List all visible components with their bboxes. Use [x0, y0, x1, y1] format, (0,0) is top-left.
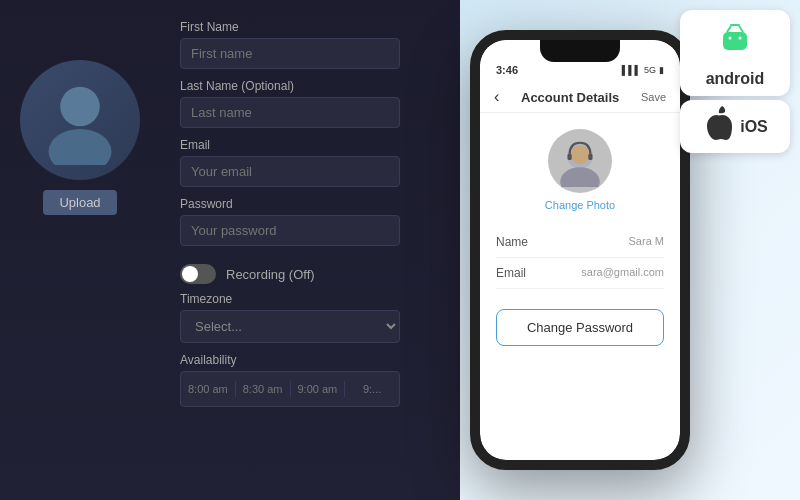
- android-label: android: [706, 70, 765, 88]
- first-name-group: First Name: [180, 20, 430, 69]
- phone-mockup-main: 3:46 ▌▌▌ 5G ▮ ‹ Account Details Save: [470, 30, 690, 470]
- svg-rect-5: [568, 154, 572, 160]
- timezone-group: Timezone Select...: [180, 292, 430, 343]
- upload-button[interactable]: Upload: [43, 190, 116, 215]
- apple-icon: [702, 106, 732, 147]
- svg-point-1: [49, 129, 112, 165]
- svg-point-4: [571, 145, 590, 164]
- svg-line-12: [739, 26, 743, 32]
- svg-point-13: [729, 37, 732, 40]
- email-group: Email: [180, 138, 430, 187]
- password-group: Password: [180, 197, 430, 246]
- last-name-group: Last Name (Optional): [180, 79, 430, 128]
- name-row: Name Sara M: [496, 227, 664, 258]
- time-slot-3: 9:00 am: [291, 381, 346, 397]
- svg-rect-10: [730, 24, 740, 26]
- recording-label: Recording (Off): [226, 267, 315, 282]
- status-icons: ▌▌▌ 5G ▮: [622, 65, 664, 75]
- svg-point-3: [560, 167, 600, 187]
- android-badge[interactable]: android: [680, 10, 790, 96]
- change-photo-link[interactable]: Change Photo: [545, 199, 615, 211]
- email-value: sara@gmail.com: [581, 266, 664, 280]
- left-panel: Upload First Name Last Name (Optional) E…: [0, 0, 460, 500]
- timezone-select[interactable]: Select...: [180, 310, 400, 343]
- signal-icon: ▌▌▌: [622, 65, 641, 75]
- svg-point-0: [60, 87, 100, 127]
- save-button[interactable]: Save: [641, 91, 666, 103]
- svg-point-14: [739, 37, 742, 40]
- network-type: 5G: [644, 65, 656, 75]
- avatar-area: Upload: [20, 60, 140, 215]
- email-key: Email: [496, 266, 526, 280]
- status-time: 3:46: [496, 64, 518, 76]
- back-button[interactable]: ‹: [494, 88, 499, 106]
- svg-rect-6: [588, 154, 592, 160]
- badges-container: android iOS: [680, 10, 790, 153]
- email-label: Email: [180, 138, 430, 152]
- phone-notch: [540, 40, 620, 62]
- phone-avatar: [548, 129, 612, 193]
- change-password-button[interactable]: Change Password: [496, 309, 664, 346]
- first-name-input[interactable]: [180, 38, 400, 69]
- ios-badge[interactable]: iOS: [680, 100, 790, 153]
- email-row: Email sara@gmail.com: [496, 258, 664, 289]
- time-slot-2: 8:30 am: [236, 381, 291, 397]
- name-value: Sara M: [629, 235, 664, 249]
- svg-rect-9: [723, 32, 747, 50]
- availability-label: Availability: [180, 353, 430, 367]
- recording-toggle[interactable]: [180, 264, 216, 284]
- battery-icon: ▮: [659, 65, 664, 75]
- right-panel: ✓ 3:46 ▌▌▌ 5G ▮ ‹ Account Details Save: [460, 0, 800, 500]
- avatar: [20, 60, 140, 180]
- phone-profile: Change Photo: [480, 113, 680, 219]
- last-name-label: Last Name (Optional): [180, 79, 430, 93]
- time-slot-1: 8:00 am: [181, 381, 236, 397]
- email-input[interactable]: [180, 156, 400, 187]
- timezone-label: Timezone: [180, 292, 430, 306]
- phone-screen: 3:46 ▌▌▌ 5G ▮ ‹ Account Details Save: [480, 40, 680, 460]
- phone-details: Name Sara M Email sara@gmail.com: [480, 219, 680, 297]
- phone-nav: ‹ Account Details Save: [480, 82, 680, 113]
- toggle-knob: [182, 266, 198, 282]
- password-input[interactable]: [180, 215, 400, 246]
- screen-title: Account Details: [521, 90, 619, 105]
- name-key: Name: [496, 235, 528, 249]
- first-name-label: First Name: [180, 20, 430, 34]
- password-label: Password: [180, 197, 430, 211]
- android-icon: [717, 18, 753, 62]
- availability-bar: 8:00 am 8:30 am 9:00 am 9:...: [180, 371, 400, 407]
- ios-label: iOS: [740, 118, 768, 136]
- recording-toggle-row: Recording (Off): [180, 264, 430, 284]
- time-slot-4: 9:...: [345, 381, 399, 397]
- availability-group: Availability 8:00 am 8:30 am 9:00 am 9:.…: [180, 353, 430, 407]
- last-name-input[interactable]: [180, 97, 400, 128]
- svg-line-11: [727, 26, 731, 32]
